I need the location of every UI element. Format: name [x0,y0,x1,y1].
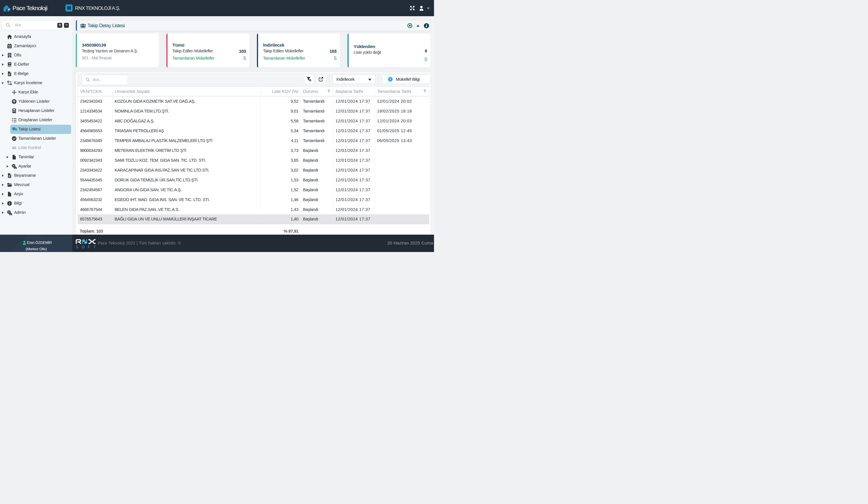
svg-text:SOFT: SOFT [76,245,99,249]
